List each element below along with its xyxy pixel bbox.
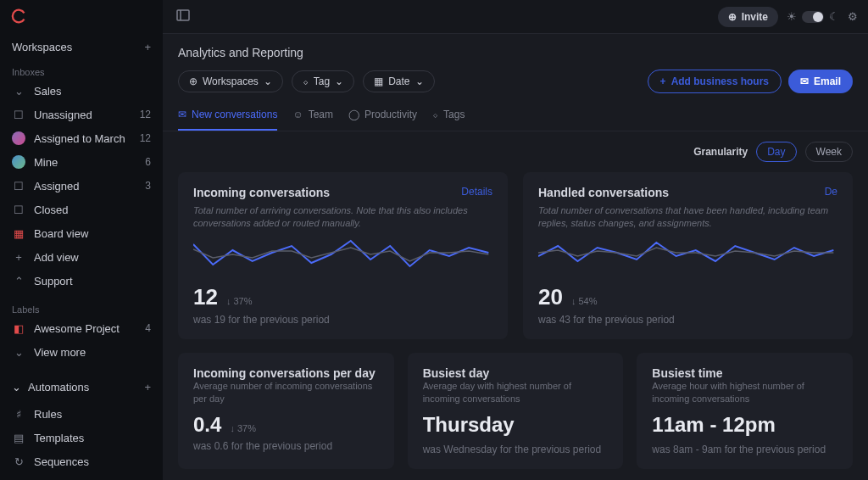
tab-team[interactable]: ☺ Team [292, 103, 333, 131]
circle-icon: ◯ [348, 109, 359, 120]
globe-icon: ⊕ [189, 75, 198, 87]
inboxes-label: Inboxes [0, 62, 163, 79]
add-workspace-icon[interactable]: + [144, 41, 151, 53]
add-automation-icon[interactable]: + [144, 381, 151, 393]
card-description: Average number of incoming conversations… [193, 380, 379, 406]
tab-label: New conversations [192, 109, 277, 120]
workspaces-label: Workspaces [12, 41, 72, 53]
sidebar-item-label: Board view [34, 227, 151, 240]
tab-label: Tags [443, 109, 465, 120]
tab-new-conversations[interactable]: ✉ New conversations [178, 103, 277, 131]
theme-switch[interactable] [802, 11, 824, 23]
metric-previous: was 8am - 9am for the previous period [652, 444, 837, 455]
card-handled: Handled conversations De Total number of… [523, 172, 853, 339]
sidebar-item-add-view[interactable]: + Add view [0, 245, 163, 269]
sidebar-item-board-view[interactable]: ▦ Board view [0, 221, 163, 245]
card-description: Average hour with highest number of inco… [652, 380, 837, 406]
sidebar-item-templates[interactable]: ▤ Templates [0, 426, 163, 449]
metric-previous: was Wednesday for the previous period [423, 444, 609, 455]
secondary-cards: Incoming conversations per day Average n… [178, 353, 853, 469]
granularity-label: Granularity [693, 146, 748, 158]
sidebar-item-label: Assigned to March [34, 132, 131, 145]
sidebar-item-unassigned[interactable]: ☐ Unassigned 12 [0, 103, 163, 126]
sequences-icon: ↻ [12, 455, 25, 468]
automations-header[interactable]: ⌄Automations + [0, 372, 163, 402]
sidebar-item-support[interactable]: ⌃ Support [0, 269, 163, 293]
automations-label: Automations [28, 381, 89, 393]
primary-cards: Incoming conversations Details Total num… [178, 172, 853, 339]
label-icon: ◧ [12, 321, 25, 335]
chevron-down-icon: ⌄ [12, 84, 25, 98]
sidebar-item-assigned-march[interactable]: Assigned to March 12 [0, 126, 163, 150]
tag-icon: ⬦ [303, 75, 309, 87]
tag-icon: ⬦ [432, 109, 438, 120]
topbar-left [173, 5, 193, 28]
invite-button[interactable]: ⊕ Invite [718, 7, 778, 27]
templates-icon: ▤ [12, 431, 25, 444]
filter-tag[interactable]: ⬦ Tag ⌄ [292, 70, 354, 92]
square-icon: ☐ [12, 108, 25, 121]
sidebar-item-closed[interactable]: ☐ Closed [0, 198, 163, 221]
incoming-chart [193, 237, 492, 273]
details-link[interactable]: Details [461, 186, 492, 198]
chevron-down-icon: ⌄ [415, 75, 424, 87]
card-per-day: Incoming conversations per day Average n… [178, 353, 394, 469]
sidebar-item-sequences[interactable]: ↻ Sequences [0, 449, 163, 473]
add-business-hours-button[interactable]: + Add business hours [648, 70, 782, 93]
tab-tags[interactable]: ⬦ Tags [432, 103, 465, 131]
mail-icon: ✉ [800, 75, 809, 87]
card-title: Busiest day [423, 366, 609, 380]
sidebar-item-campaigns[interactable]: ✉ Campaigns [0, 473, 163, 480]
collapse-sidebar-icon[interactable] [173, 5, 193, 28]
handled-chart [538, 237, 837, 273]
app-logo-icon [10, 7, 29, 25]
settings-icon[interactable]: ⚙ [848, 10, 858, 23]
sidebar-item-mine[interactable]: Mine 6 [0, 150, 163, 174]
details-link[interactable]: De [825, 186, 837, 198]
sidebar-item-label: Closed [34, 204, 151, 216]
card-busiest-time: Busiest time Average hour with highest n… [637, 353, 853, 469]
rules-icon: ♯ [12, 407, 25, 421]
tab-productivity[interactable]: ◯ Productivity [348, 103, 417, 131]
svg-rect-0 [177, 10, 189, 20]
sidebar-item-view-more[interactable]: ⌄ View more [0, 340, 163, 364]
sidebar-item-label: Rules [34, 408, 151, 421]
filter-left: ⊕ Workspaces ⌄ ⬦ Tag ⌄ ▦ Date ⌄ [178, 70, 435, 92]
sidebar-item-label: Mine [34, 156, 136, 169]
metric-previous: was 43 for the previous period [538, 314, 837, 326]
card-description: Average day with highest number of incom… [423, 380, 609, 406]
tab-label: Team [309, 109, 333, 120]
topbar-right: ⊕ Invite ☀ ☾ ⚙ [718, 7, 858, 27]
workspaces-header[interactable]: Workspaces + [0, 32, 163, 62]
filter-date[interactable]: ▦ Date ⌄ [363, 70, 434, 92]
button-label: Email [814, 75, 841, 87]
metric-change: 37% [230, 423, 256, 433]
square-icon: ☐ [12, 179, 25, 193]
chevron-up-icon: ⌃ [12, 274, 25, 287]
button-label: Add business hours [671, 75, 769, 87]
avatar-icon [12, 155, 25, 169]
granularity-week[interactable]: Week [805, 142, 853, 162]
card-title: Incoming conversations per day [193, 366, 379, 380]
email-button[interactable]: ✉ Email [788, 70, 853, 93]
chevron-down-icon: ⌄ [264, 75, 272, 87]
sidebar-item-rules[interactable]: ♯ Rules [0, 402, 163, 426]
sidebar-top [0, 0, 163, 32]
filter-label: Date [388, 75, 409, 87]
metric-change: 37% [226, 296, 253, 306]
sidebar-item-label: Add view [34, 251, 151, 264]
users-icon: ☺ [292, 109, 303, 120]
boards-icon: ▦ [12, 226, 25, 240]
filter-label: Tag [314, 75, 330, 87]
calendar-icon: ▦ [374, 75, 383, 87]
filter-workspaces[interactable]: ⊕ Workspaces ⌄ [178, 70, 283, 92]
sidebar-item-awesome-project[interactable]: ◧ Awesome Project 4 [0, 316, 163, 340]
sidebar-item-label: Assigned [34, 180, 136, 193]
sidebar-item-assigned[interactable]: ☐ Assigned 3 [0, 174, 163, 198]
granularity-row: Granularity Day Week [178, 142, 853, 162]
theme-toggle: ☀ ☾ [787, 10, 839, 23]
filter-right: + Add business hours ✉ Email [648, 70, 853, 93]
chevron-down-icon: ⌄ [12, 345, 25, 359]
sidebar-item-sales[interactable]: ⌄ Sales [0, 79, 163, 103]
granularity-day[interactable]: Day [756, 142, 796, 162]
